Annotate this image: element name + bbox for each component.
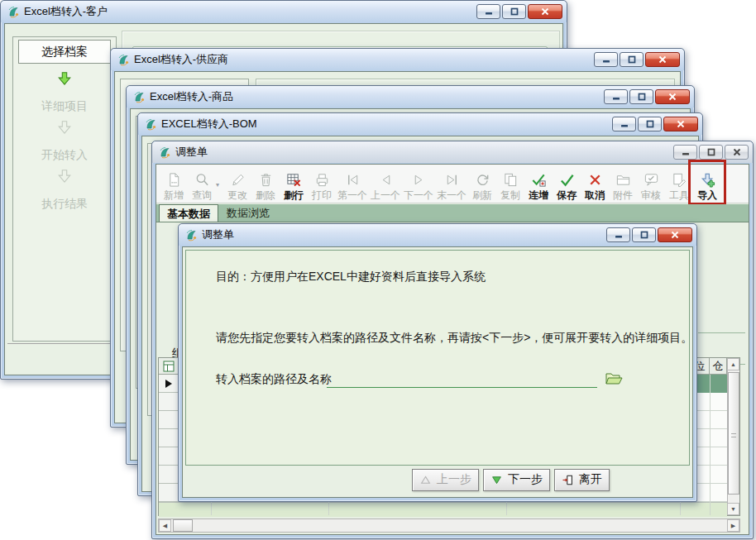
grid-row-header-cell[interactable] [159,429,179,447]
table-icon [163,361,175,372]
close-button[interactable] [655,89,690,104]
refresh-icon [475,170,490,189]
refresh-button[interactable]: 刷新 [468,166,496,203]
maximize-button[interactable] [699,145,723,160]
grid-row-indicator-cell[interactable] [159,375,179,393]
vertical-scrollbar[interactable]: ▲ ▼ [727,358,739,515]
close-button[interactable] [645,52,680,67]
prev-record-button[interactable]: 上一个 [369,166,402,203]
arrow-down-icon [56,120,73,135]
horizontal-scrollbar[interactable]: ◀ ▶ [158,518,740,533]
tab-data-browse[interactable]: 数据浏览 [219,204,277,222]
titlebar[interactable]: Excel档转入-供应商 [111,49,684,70]
titlebar[interactable]: Excel档转入-客户 [1,1,567,22]
tools-icon [672,170,687,189]
step-result: 执行结果 [41,197,88,212]
last-record-button[interactable]: 末一个 [435,166,468,203]
next-record-button[interactable]: 下一个 [402,166,435,203]
maximize-button[interactable] [632,227,656,242]
minimize-button[interactable] [604,89,628,104]
grid-column-line [710,375,711,515]
titlebar[interactable]: EXCEL档转入-BOM [138,113,702,135]
minimize-button[interactable] [612,117,636,131]
purpose-text: 目的：方便用户在EXCEL中建好资料后直接导入系统 [216,270,486,284]
minimize-button[interactable] [594,52,618,67]
grid-row-header-cell[interactable] [159,411,179,429]
tab-basic-data[interactable]: 基本数据 [159,204,218,222]
import-button[interactable]: 导入 [693,166,721,203]
toolbar-button-label: 下一个 [404,189,433,201]
grid-row-header-cell[interactable] [159,447,179,466]
prev-record-icon [378,170,394,189]
import-icon [700,170,715,189]
titlebar[interactable]: 调整单 [179,224,696,246]
delete-row-button[interactable]: 删行 [280,166,308,203]
scrollbar-thumb[interactable] [728,372,739,495]
scroll-up-arrow[interactable]: ▲ [727,358,739,370]
tools-button[interactable]: 工具 [665,166,693,203]
app-icon [144,117,157,131]
toolbar: 新增查询▾更改删除删行打印第一个上一个下一个末一个刷新复制连增保存取消附件审核工… [156,165,749,203]
toolbar-button-label: 审核 [641,189,661,201]
search-button[interactable]: 查询 [188,166,216,203]
toolbar-button-label: 删除 [256,189,275,201]
browse-folder-button[interactable] [604,371,624,388]
delete-button[interactable]: 删除 [251,166,280,203]
query-dropdown-caret[interactable]: ▾ [216,166,223,203]
first-record-button[interactable]: 第一个 [336,166,369,203]
print-icon [314,170,330,189]
path-input[interactable] [327,371,597,388]
scroll-down-arrow[interactable]: ▼ [727,503,739,515]
toolbar-button-label: 更改 [227,189,247,201]
window-title: Excel档转入-客户 [24,4,108,19]
grid-corner-cell[interactable] [159,358,179,375]
dialog-adjustment-wizard: 调整单 目的：方便用户在EXCEL中建好资料后直接导入系统 请您先指定您要转入档… [178,223,697,502]
leave-button[interactable]: 离开 [554,469,610,491]
scrollbar-thumb[interactable] [173,519,193,532]
delete-row-icon [286,170,302,189]
append-button[interactable]: 连增 [524,166,553,203]
window-title: 调整单 [175,145,208,160]
maximize-button[interactable] [620,52,644,67]
scroll-left-arrow[interactable]: ◀ [159,519,171,532]
window-title: Excel档转入-商品 [150,89,233,104]
toolbar-button-label: 保存 [557,189,577,201]
step-detail-items: 详细项目 [41,99,88,114]
scroll-right-arrow[interactable]: ▶ [727,519,739,532]
edit-button[interactable]: 更改 [223,166,251,203]
grid-new-row-band[interactable] [159,502,727,517]
maximize-button[interactable] [638,117,662,131]
minimize-button[interactable] [476,4,500,19]
previous-step-button[interactable]: 上一步 [412,469,479,491]
grid-row-header-cell[interactable] [159,484,179,502]
grid-row-header-cell[interactable] [159,466,179,484]
new-document-button[interactable]: 新增 [160,166,188,203]
path-field-label: 转入档案的路径及名称 [216,372,332,387]
titlebar[interactable]: 调整单 [152,141,753,163]
close-button[interactable] [725,145,749,160]
titlebar[interactable]: Excel档转入-商品 [127,86,694,108]
minimize-button[interactable] [673,145,697,160]
copy-button[interactable]: 复制 [496,166,524,203]
attachment-button[interactable]: 附件 [609,166,637,203]
close-button[interactable] [528,4,562,19]
app-icon [132,90,146,103]
next-step-button[interactable]: 下一步 [483,469,550,491]
toolbar-button-label: 打印 [312,189,332,201]
cancel-icon [587,170,603,189]
save-button[interactable]: 保存 [553,166,581,203]
print-button[interactable]: 打印 [308,166,336,203]
toolbar-button-label: 末一个 [437,189,467,201]
previous-step-label: 上一步 [437,472,471,487]
close-button[interactable] [658,227,692,242]
maximize-button[interactable] [502,4,526,19]
cancel-button[interactable]: 取消 [581,166,609,203]
tabstrip: 基本数据 数据浏览 [156,204,749,222]
close-button[interactable] [663,117,698,131]
grid-header-warehouse[interactable]: 仓 [710,358,727,375]
attachment-icon [615,170,631,189]
minimize-button[interactable] [606,227,630,242]
maximize-button[interactable] [629,89,653,104]
grid-row-header-cell[interactable] [159,393,179,411]
audit-button[interactable]: 审核 [637,166,665,203]
